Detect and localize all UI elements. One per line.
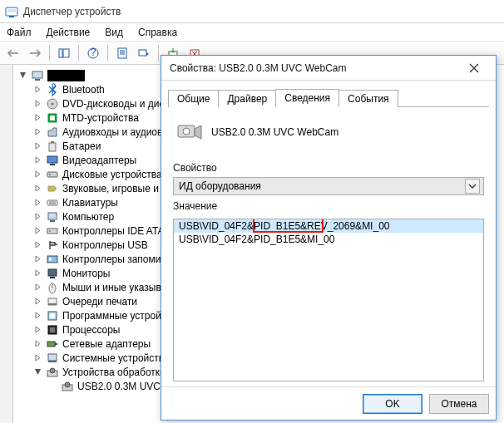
svg-rect-38 — [50, 277, 55, 278]
toolbar-help-button[interactable]: ? — [83, 44, 103, 62]
menu-help[interactable]: Справка — [138, 27, 177, 38]
value-list-item[interactable]: USB\VID_04F2&PID_B1E5&MI_00 — [174, 233, 483, 246]
left-margin-strip — [0, 65, 13, 423]
expand-icon[interactable] — [33, 85, 42, 94]
svg-rect-11 — [139, 50, 146, 56]
value-list-item[interactable]: USB\VID_04F2&PID_B1E5&REV_2069&MI_00 — [174, 219, 483, 233]
tree-item-label: Процессоры — [62, 324, 121, 336]
device-category-icon — [46, 125, 59, 139]
cancel-button[interactable]: Отмена — [429, 394, 489, 414]
menu-view[interactable]: Вид — [105, 27, 123, 38]
expand-icon[interactable] — [33, 311, 42, 320]
toolbar-forward-button[interactable] — [25, 44, 45, 62]
svg-rect-22 — [49, 143, 56, 151]
expand-icon[interactable] — [33, 141, 42, 150]
svg-rect-42 — [48, 303, 57, 305]
expand-icon[interactable] — [33, 212, 42, 221]
property-combobox[interactable]: ИД оборудования — [173, 177, 484, 195]
tree-item-label: Программные устройс — [62, 310, 166, 322]
tree-item-label: Контроллеры USB — [62, 239, 148, 251]
dialog-button-row: OK Отмена — [161, 386, 496, 420]
expand-icon[interactable] — [33, 155, 42, 165]
expand-icon[interactable] — [33, 198, 42, 207]
svg-rect-34 — [49, 230, 51, 232]
expand-icon[interactable] — [33, 268, 42, 278]
expand-icon[interactable] — [33, 170, 42, 179]
dialog-titlebar[interactable]: Свойства: USB2.0 0.3M UVC WebCam — [161, 56, 496, 81]
expand-icon[interactable] — [33, 240, 42, 249]
expand-icon[interactable] — [33, 325, 42, 334]
svg-rect-32 — [50, 220, 55, 222]
device-category-icon — [46, 267, 59, 280]
toolbar-scan-button[interactable] — [134, 44, 154, 62]
device-category-icon — [46, 281, 59, 294]
svg-rect-23 — [51, 141, 54, 143]
svg-rect-7 — [118, 48, 126, 58]
device-category-icon — [46, 253, 59, 266]
tree-item-label: Клавиатуры — [62, 197, 118, 209]
svg-point-27 — [49, 174, 51, 175]
device-category-icon — [46, 140, 59, 153]
close-button[interactable] — [457, 59, 491, 77]
expand-icon[interactable] — [33, 99, 42, 108]
value-listbox[interactable]: USB\VID_04F2&PID_B1E5&REV_2069&MI_00USB\… — [173, 219, 484, 381]
device-category-icon — [46, 111, 59, 125]
webcam-icon — [61, 380, 74, 393]
collapse-icon[interactable] — [18, 71, 27, 80]
expand-icon[interactable] — [33, 283, 42, 292]
expand-icon[interactable] — [33, 184, 42, 193]
device-category-icon — [46, 154, 59, 167]
tree-item-label: Компьютер — [62, 211, 114, 223]
expand-icon[interactable] — [33, 127, 42, 136]
device-category-icon — [46, 182, 59, 195]
toolbar-separator — [107, 45, 108, 61]
properties-dialog: Свойства: USB2.0 0.3M UVC WebCam Общие Д… — [161, 55, 497, 421]
svg-point-53 — [65, 382, 70, 387]
app-icon — [5, 5, 18, 18]
tab-driver[interactable]: Драйвер — [218, 90, 276, 107]
svg-rect-2 — [9, 16, 14, 17]
tab-events[interactable]: События — [338, 90, 398, 107]
svg-rect-28 — [47, 200, 57, 205]
svg-rect-47 — [47, 342, 55, 347]
device-category-icon — [46, 352, 59, 365]
toolbar-show-tree-button[interactable] — [54, 44, 74, 62]
tree-item-label: Видеоадаптеры — [62, 155, 136, 166]
toolbar-properties-button[interactable] — [112, 44, 132, 62]
device-category-icon — [46, 168, 59, 181]
svg-rect-36 — [49, 258, 52, 261]
expand-icon[interactable] — [33, 353, 42, 362]
svg-point-44 — [50, 313, 55, 318]
ok-button[interactable]: OK — [363, 394, 422, 414]
device-category-icon — [46, 224, 59, 238]
toolbar-separator — [78, 45, 79, 61]
device-category-icon — [46, 210, 59, 224]
menu-file[interactable]: Файл — [7, 27, 32, 38]
toolbar-back-button[interactable] — [3, 44, 23, 62]
tree-item-label: USB2.0 0.3M UVC W — [77, 381, 173, 392]
expand-icon[interactable] — [33, 367, 42, 376]
toolbar-separator — [158, 45, 159, 61]
device-category-icon — [46, 83, 59, 96]
value-label: Значение — [173, 200, 484, 212]
tab-details[interactable]: Сведения — [275, 89, 339, 107]
svg-rect-21 — [50, 116, 55, 121]
expand-icon[interactable] — [33, 113, 42, 122]
svg-rect-46 — [50, 327, 55, 332]
svg-rect-1 — [7, 9, 16, 12]
tab-general[interactable]: Общие — [168, 90, 219, 107]
svg-rect-48 — [48, 354, 57, 361]
menu-action[interactable]: Действие — [47, 27, 91, 38]
svg-point-57 — [183, 128, 190, 135]
expand-icon — [48, 381, 57, 391]
svg-rect-31 — [48, 213, 57, 219]
expand-icon[interactable] — [33, 226, 42, 235]
tree-item-label: Аудиовходы и аудиовы — [62, 126, 170, 138]
chevron-down-icon — [465, 179, 480, 194]
main-title: Диспетчер устройств — [23, 6, 121, 17]
expand-icon[interactable] — [33, 339, 42, 348]
tree-item-label: Устройства обработки — [62, 366, 166, 378]
svg-rect-24 — [47, 156, 57, 163]
expand-icon[interactable] — [33, 297, 42, 306]
expand-icon[interactable] — [33, 254, 42, 263]
